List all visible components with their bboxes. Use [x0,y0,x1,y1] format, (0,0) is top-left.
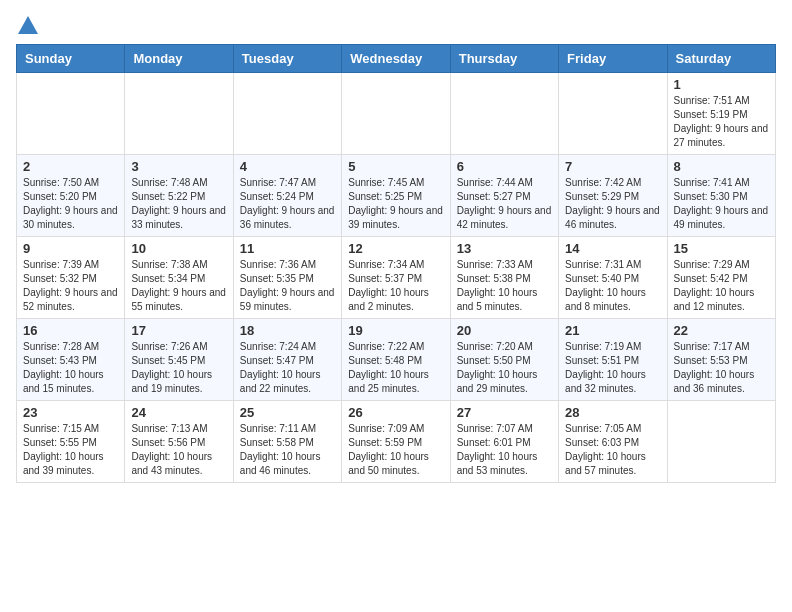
day-info: Sunrise: 7:26 AM Sunset: 5:45 PM Dayligh… [131,341,212,394]
calendar-day-cell: 12Sunrise: 7:34 AM Sunset: 5:37 PM Dayli… [342,237,450,319]
day-number: 19 [348,323,443,338]
day-number: 1 [674,77,769,92]
day-number: 14 [565,241,660,256]
day-info: Sunrise: 7:11 AM Sunset: 5:58 PM Dayligh… [240,423,321,476]
day-info: Sunrise: 7:05 AM Sunset: 6:03 PM Dayligh… [565,423,646,476]
calendar-week-row: 2Sunrise: 7:50 AM Sunset: 5:20 PM Daylig… [17,155,776,237]
calendar-day-cell [667,401,775,483]
calendar-week-row: 1Sunrise: 7:51 AM Sunset: 5:19 PM Daylig… [17,73,776,155]
calendar-day-cell: 16Sunrise: 7:28 AM Sunset: 5:43 PM Dayli… [17,319,125,401]
day-number: 16 [23,323,118,338]
calendar-day-cell: 23Sunrise: 7:15 AM Sunset: 5:55 PM Dayli… [17,401,125,483]
day-number: 7 [565,159,660,174]
day-info: Sunrise: 7:28 AM Sunset: 5:43 PM Dayligh… [23,341,104,394]
calendar-day-cell [559,73,667,155]
day-info: Sunrise: 7:33 AM Sunset: 5:38 PM Dayligh… [457,259,538,312]
calendar-day-cell: 18Sunrise: 7:24 AM Sunset: 5:47 PM Dayli… [233,319,341,401]
calendar-day-cell: 15Sunrise: 7:29 AM Sunset: 5:42 PM Dayli… [667,237,775,319]
calendar-day-cell: 13Sunrise: 7:33 AM Sunset: 5:38 PM Dayli… [450,237,558,319]
day-number: 23 [23,405,118,420]
day-number: 3 [131,159,226,174]
weekday-header-cell: Thursday [450,45,558,73]
day-info: Sunrise: 7:31 AM Sunset: 5:40 PM Dayligh… [565,259,646,312]
calendar-day-cell: 27Sunrise: 7:07 AM Sunset: 6:01 PM Dayli… [450,401,558,483]
day-info: Sunrise: 7:07 AM Sunset: 6:01 PM Dayligh… [457,423,538,476]
calendar-day-cell: 7Sunrise: 7:42 AM Sunset: 5:29 PM Daylig… [559,155,667,237]
day-info: Sunrise: 7:15 AM Sunset: 5:55 PM Dayligh… [23,423,104,476]
day-number: 11 [240,241,335,256]
weekday-header-cell: Tuesday [233,45,341,73]
calendar-day-cell: 21Sunrise: 7:19 AM Sunset: 5:51 PM Dayli… [559,319,667,401]
day-info: Sunrise: 7:51 AM Sunset: 5:19 PM Dayligh… [674,95,769,148]
weekday-header-cell: Sunday [17,45,125,73]
calendar-day-cell: 17Sunrise: 7:26 AM Sunset: 5:45 PM Dayli… [125,319,233,401]
day-number: 15 [674,241,769,256]
day-info: Sunrise: 7:38 AM Sunset: 5:34 PM Dayligh… [131,259,226,312]
day-info: Sunrise: 7:48 AM Sunset: 5:22 PM Dayligh… [131,177,226,230]
calendar-day-cell: 1Sunrise: 7:51 AM Sunset: 5:19 PM Daylig… [667,73,775,155]
calendar-day-cell: 22Sunrise: 7:17 AM Sunset: 5:53 PM Dayli… [667,319,775,401]
logo-triangle-icon [18,16,38,34]
day-number: 20 [457,323,552,338]
calendar-day-cell [17,73,125,155]
calendar-day-cell: 20Sunrise: 7:20 AM Sunset: 5:50 PM Dayli… [450,319,558,401]
logo [16,16,38,36]
day-info: Sunrise: 7:39 AM Sunset: 5:32 PM Dayligh… [23,259,118,312]
calendar-day-cell: 24Sunrise: 7:13 AM Sunset: 5:56 PM Dayli… [125,401,233,483]
day-number: 27 [457,405,552,420]
weekday-header-row: SundayMondayTuesdayWednesdayThursdayFrid… [17,45,776,73]
weekday-header-cell: Friday [559,45,667,73]
calendar-day-cell [233,73,341,155]
day-info: Sunrise: 7:22 AM Sunset: 5:48 PM Dayligh… [348,341,429,394]
day-info: Sunrise: 7:44 AM Sunset: 5:27 PM Dayligh… [457,177,552,230]
day-number: 12 [348,241,443,256]
day-info: Sunrise: 7:13 AM Sunset: 5:56 PM Dayligh… [131,423,212,476]
calendar-day-cell: 8Sunrise: 7:41 AM Sunset: 5:30 PM Daylig… [667,155,775,237]
calendar-table: SundayMondayTuesdayWednesdayThursdayFrid… [16,44,776,483]
calendar-day-cell [342,73,450,155]
day-info: Sunrise: 7:17 AM Sunset: 5:53 PM Dayligh… [674,341,755,394]
calendar-day-cell: 5Sunrise: 7:45 AM Sunset: 5:25 PM Daylig… [342,155,450,237]
calendar-day-cell: 6Sunrise: 7:44 AM Sunset: 5:27 PM Daylig… [450,155,558,237]
day-info: Sunrise: 7:34 AM Sunset: 5:37 PM Dayligh… [348,259,429,312]
day-number: 24 [131,405,226,420]
day-info: Sunrise: 7:09 AM Sunset: 5:59 PM Dayligh… [348,423,429,476]
day-info: Sunrise: 7:42 AM Sunset: 5:29 PM Dayligh… [565,177,660,230]
day-number: 13 [457,241,552,256]
calendar-day-cell: 10Sunrise: 7:38 AM Sunset: 5:34 PM Dayli… [125,237,233,319]
day-info: Sunrise: 7:41 AM Sunset: 5:30 PM Dayligh… [674,177,769,230]
calendar-day-cell: 14Sunrise: 7:31 AM Sunset: 5:40 PM Dayli… [559,237,667,319]
day-number: 9 [23,241,118,256]
day-info: Sunrise: 7:45 AM Sunset: 5:25 PM Dayligh… [348,177,443,230]
calendar-day-cell: 28Sunrise: 7:05 AM Sunset: 6:03 PM Dayli… [559,401,667,483]
day-number: 4 [240,159,335,174]
calendar-day-cell: 11Sunrise: 7:36 AM Sunset: 5:35 PM Dayli… [233,237,341,319]
calendar-day-cell: 19Sunrise: 7:22 AM Sunset: 5:48 PM Dayli… [342,319,450,401]
day-info: Sunrise: 7:50 AM Sunset: 5:20 PM Dayligh… [23,177,118,230]
calendar-day-cell: 9Sunrise: 7:39 AM Sunset: 5:32 PM Daylig… [17,237,125,319]
day-number: 26 [348,405,443,420]
calendar-day-cell: 25Sunrise: 7:11 AM Sunset: 5:58 PM Dayli… [233,401,341,483]
calendar-day-cell: 3Sunrise: 7:48 AM Sunset: 5:22 PM Daylig… [125,155,233,237]
calendar-body: 1Sunrise: 7:51 AM Sunset: 5:19 PM Daylig… [17,73,776,483]
day-number: 5 [348,159,443,174]
page-header [16,16,776,36]
day-info: Sunrise: 7:29 AM Sunset: 5:42 PM Dayligh… [674,259,755,312]
calendar-week-row: 16Sunrise: 7:28 AM Sunset: 5:43 PM Dayli… [17,319,776,401]
calendar-week-row: 9Sunrise: 7:39 AM Sunset: 5:32 PM Daylig… [17,237,776,319]
calendar-day-cell [450,73,558,155]
day-info: Sunrise: 7:36 AM Sunset: 5:35 PM Dayligh… [240,259,335,312]
day-number: 2 [23,159,118,174]
day-number: 18 [240,323,335,338]
weekday-header-cell: Saturday [667,45,775,73]
day-number: 8 [674,159,769,174]
day-number: 22 [674,323,769,338]
day-info: Sunrise: 7:20 AM Sunset: 5:50 PM Dayligh… [457,341,538,394]
calendar-day-cell [125,73,233,155]
calendar-day-cell: 2Sunrise: 7:50 AM Sunset: 5:20 PM Daylig… [17,155,125,237]
day-number: 17 [131,323,226,338]
day-number: 21 [565,323,660,338]
weekday-header-cell: Monday [125,45,233,73]
calendar-day-cell: 4Sunrise: 7:47 AM Sunset: 5:24 PM Daylig… [233,155,341,237]
day-number: 25 [240,405,335,420]
